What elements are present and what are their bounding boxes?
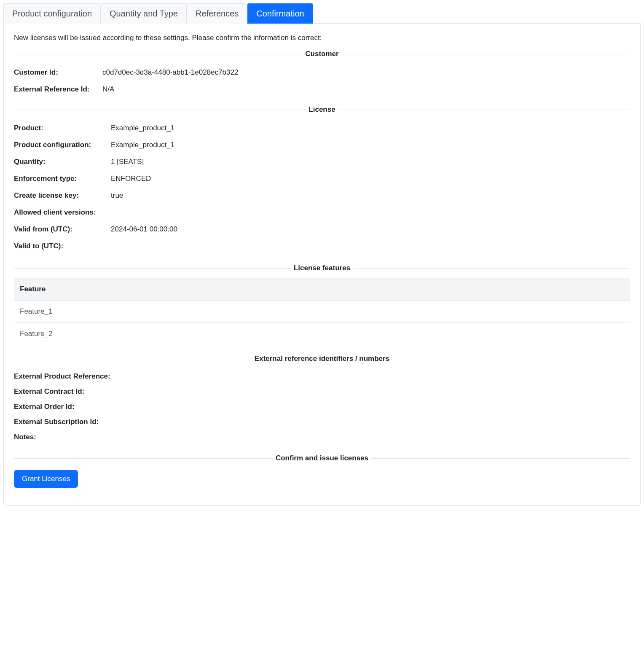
row-create-license-key: Create license key: true xyxy=(14,187,630,204)
row-allowed-client-versions: Allowed client versions: xyxy=(14,204,630,221)
label-product-configuration: Product configuration: xyxy=(14,141,111,149)
section-license-features-legend: License features xyxy=(291,264,353,272)
tab-references[interactable]: References xyxy=(187,3,247,24)
label-product: Product: xyxy=(14,124,111,132)
label-external-product-reference: External Product Reference: xyxy=(14,372,110,381)
value-product-configuration: Example_product_1 xyxy=(111,141,174,149)
intro-text: New licenses will be issued according to… xyxy=(14,34,630,42)
row-external-contract-id: External Contract Id: xyxy=(14,384,630,399)
row-enforcement-type: Enforcement type: ENFORCED xyxy=(14,170,630,187)
section-customer: Customer Customer Id: c0d7d0ec-3d3a-4480… xyxy=(14,50,630,98)
feature-cell: Feature_1 xyxy=(14,301,630,323)
label-quantity: Quantity: xyxy=(14,158,111,166)
section-confirm: Confirm and issue licenses Grant License… xyxy=(14,454,630,488)
label-valid-to: Valid to (UTC): xyxy=(14,242,111,250)
section-customer-legend: Customer xyxy=(303,50,341,58)
row-external-reference-id: External Reference Id: N/A xyxy=(14,81,630,98)
label-customer-id: Customer Id: xyxy=(14,68,102,77)
row-quantity: Quantity: 1 [SEATS] xyxy=(14,153,630,170)
label-allowed-client-versions: Allowed client versions: xyxy=(14,208,111,217)
row-product-configuration: Product configuration: Example_product_1 xyxy=(14,137,630,153)
confirmation-panel: New licenses will be issued according to… xyxy=(3,24,641,506)
features-table: Feature Feature_1 Feature_2 xyxy=(14,278,630,345)
value-valid-from: 2024-06-01 00:00:00 xyxy=(111,225,177,234)
label-valid-from: Valid from (UTC): xyxy=(14,225,111,234)
features-table-header: Feature xyxy=(14,278,630,301)
label-external-reference-id: External Reference Id: xyxy=(14,85,102,94)
value-product: Example_product_1 xyxy=(111,124,174,132)
section-license-legend: License xyxy=(306,105,338,114)
grant-licenses-button[interactable]: Grant Licenses xyxy=(14,470,78,488)
row-product: Product: Example_product_1 xyxy=(14,120,630,137)
row-notes: Notes: xyxy=(14,430,630,445)
row-valid-to: Valid to (UTC): xyxy=(14,238,630,255)
section-license: License Product: Example_product_1 Produ… xyxy=(14,105,630,255)
value-create-license-key: true xyxy=(111,191,123,200)
label-external-contract-id: External Contract Id: xyxy=(14,387,102,396)
tab-product-configuration[interactable]: Product configuration xyxy=(3,3,101,24)
table-row: Feature_2 xyxy=(14,323,630,345)
row-external-order-id: External Order Id: xyxy=(14,399,630,414)
tab-quantity-and-type[interactable]: Quantity and Type xyxy=(101,3,187,24)
label-external-subscription-id: External Subscription Id: xyxy=(14,418,102,426)
value-enforcement-type: ENFORCED xyxy=(111,175,151,183)
value-customer-id: c0d7d0ec-3d3a-4480-abb1-1e028ec7b322 xyxy=(102,68,238,77)
value-external-reference-id: N/A xyxy=(102,85,114,94)
section-confirm-legend: Confirm and issue licenses xyxy=(273,454,371,462)
row-external-subscription-id: External Subscription Id: xyxy=(14,414,630,430)
table-row: Feature_1 xyxy=(14,301,630,323)
row-external-product-reference: External Product Reference: xyxy=(14,369,630,384)
wizard-tabs: Product configuration Quantity and Type … xyxy=(3,3,641,24)
value-quantity: 1 [SEATS] xyxy=(111,158,144,166)
section-license-features: License features Feature Feature_1 Featu… xyxy=(14,264,630,345)
label-notes: Notes: xyxy=(14,433,102,441)
row-valid-from: Valid from (UTC): 2024-06-01 00:00:00 xyxy=(14,221,630,238)
tab-confirmation[interactable]: Confirmation xyxy=(247,3,313,24)
section-external-references: External reference identifiers / numbers… xyxy=(14,355,630,445)
label-external-order-id: External Order Id: xyxy=(14,403,102,411)
feature-cell: Feature_2 xyxy=(14,323,630,345)
row-customer-id: Customer Id: c0d7d0ec-3d3a-4480-abb1-1e0… xyxy=(14,64,630,81)
label-create-license-key: Create license key: xyxy=(14,191,111,200)
section-external-references-legend: External reference identifiers / numbers xyxy=(252,355,392,363)
label-enforcement-type: Enforcement type: xyxy=(14,175,111,183)
